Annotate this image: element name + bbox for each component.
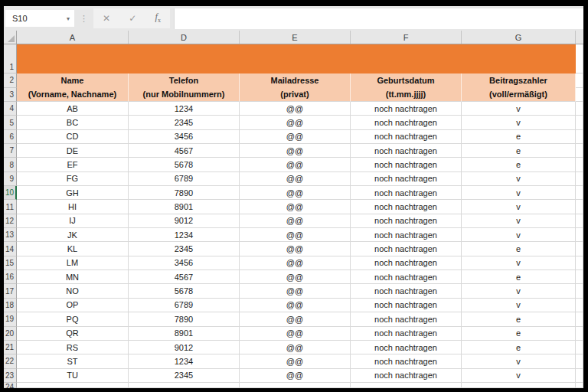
cell-partial-column[interactable] [576, 369, 583, 383]
data-cell-A11[interactable]: HI [17, 200, 129, 214]
data-cell-D11[interactable]: 8901 [129, 200, 240, 214]
row-header-14[interactable]: 14 [4, 242, 17, 256]
row-header-5[interactable]: 5 [4, 116, 17, 129]
data-cell-G4[interactable]: v [462, 102, 576, 116]
data-cell-E12[interactable]: @@ [240, 214, 351, 228]
data-cell-D10[interactable]: 7890 [129, 186, 240, 200]
data-cell-E20[interactable]: @@ [240, 327, 351, 341]
data-cell-A7[interactable]: DE [17, 144, 129, 158]
column-header-A[interactable]: A [17, 31, 129, 44]
data-cell-F16[interactable]: noch nachtragen [351, 270, 462, 284]
column-header-E[interactable]: E [240, 31, 351, 44]
data-cell-E11[interactable]: @@ [240, 200, 351, 214]
row-header-21[interactable]: 21 [4, 341, 17, 354]
cell-partial-column[interactable] [576, 200, 583, 214]
data-cell-G7[interactable]: e [462, 144, 576, 158]
column-header-F[interactable]: F [351, 31, 462, 44]
data-cell-D16[interactable]: 4567 [129, 270, 240, 284]
cancel-icon[interactable]: ✕ [103, 14, 110, 23]
data-cell-D19[interactable]: 7890 [129, 312, 240, 326]
table-header-E-line1[interactable]: Mailadresse [240, 74, 351, 88]
data-cell-D20[interactable]: 8901 [129, 327, 240, 341]
data-cell-F12[interactable]: noch nachtragen [351, 214, 462, 228]
data-cell-D18[interactable]: 6789 [129, 299, 240, 312]
cell-partial-column[interactable] [576, 312, 583, 326]
cell-partial-column[interactable] [576, 242, 583, 256]
data-cell-F19[interactable]: noch nachtragen [351, 312, 462, 326]
data-cell-G20[interactable]: e [462, 327, 576, 341]
row-header-2[interactable]: 2 [4, 74, 17, 88]
data-cell-A4[interactable]: AB [17, 102, 129, 116]
data-cell-F14[interactable]: noch nachtragen [351, 242, 462, 256]
data-cell-F6[interactable]: noch nachtragen [351, 130, 462, 144]
table-header-F-line2[interactable]: (tt.mm.jjjj) [351, 88, 462, 103]
row-header-3[interactable]: 3 [4, 88, 17, 103]
data-cell-D22[interactable]: 1234 [129, 354, 240, 368]
row-header-20[interactable]: 20 [4, 327, 17, 341]
row-header-11[interactable]: 11 [4, 200, 17, 214]
data-cell-G12[interactable]: v [462, 214, 576, 228]
cell-partial-column[interactable] [576, 270, 583, 284]
table-header-G-line2[interactable]: (voll/ermäßigt) [462, 88, 576, 103]
data-cell-empty-A24[interactable] [17, 383, 129, 388]
data-cell-A9[interactable]: FG [17, 172, 129, 186]
data-cell-E23[interactable]: @@ [240, 369, 351, 383]
data-cell-G15[interactable]: v [462, 256, 576, 270]
cell-partial-column[interactable] [576, 116, 583, 129]
data-cell-E5[interactable]: @@ [240, 116, 351, 129]
data-cell-F21[interactable]: noch nachtragen [351, 341, 462, 354]
data-cell-A14[interactable]: KL [17, 242, 129, 256]
data-cell-E6[interactable]: @@ [240, 130, 351, 144]
data-cell-A8[interactable]: EF [17, 158, 129, 172]
data-cell-D8[interactable]: 5678 [129, 158, 240, 172]
data-cell-D4[interactable]: 1234 [129, 102, 240, 116]
data-cell-G18[interactable]: v [462, 299, 576, 312]
table-header-G-line1[interactable]: Beitragszahler [462, 74, 576, 88]
data-cell-empty-F24[interactable] [351, 383, 462, 388]
data-cell-G11[interactable]: v [462, 200, 576, 214]
data-cell-E8[interactable]: @@ [240, 158, 351, 172]
data-cell-F5[interactable]: noch nachtragen [351, 116, 462, 129]
row-header-10[interactable]: 10 [4, 186, 17, 200]
data-cell-F20[interactable]: noch nachtragen [351, 327, 462, 341]
data-cell-E4[interactable]: @@ [240, 102, 351, 116]
row-header-8[interactable]: 8 [4, 158, 17, 172]
table-header-A-line1[interactable]: Name [17, 74, 129, 88]
data-cell-F4[interactable]: noch nachtragen [351, 102, 462, 116]
row-header-24[interactable]: 24 [4, 383, 17, 388]
insert-function-icon[interactable]: fx [155, 12, 161, 24]
cell-partial-column[interactable] [576, 228, 583, 242]
data-cell-A6[interactable]: CD [17, 130, 129, 144]
data-cell-D6[interactable]: 3456 [129, 130, 240, 144]
data-cell-D21[interactable]: 9012 [129, 341, 240, 354]
data-cell-E22[interactable]: @@ [240, 354, 351, 368]
data-cell-E19[interactable]: @@ [240, 312, 351, 326]
data-cell-G6[interactable]: e [462, 130, 576, 144]
cell-partial-column[interactable] [576, 284, 583, 298]
name-box[interactable]: S10 ▾ [5, 10, 74, 27]
data-cell-F10[interactable]: noch nachtragen [351, 186, 462, 200]
cell-partial-column[interactable] [576, 299, 583, 312]
formula-bar-input[interactable] [174, 8, 583, 29]
data-cell-F8[interactable]: noch nachtragen [351, 158, 462, 172]
data-cell-G23[interactable]: v [462, 369, 576, 383]
cell-partial-column[interactable] [576, 158, 583, 172]
data-cell-G17[interactable]: v [462, 284, 576, 298]
data-cell-empty-E24[interactable] [240, 383, 351, 388]
row-header-13[interactable]: 13 [4, 228, 17, 242]
cell-partial-column[interactable] [576, 102, 583, 116]
table-header-F-line1[interactable]: Geburtsdatum [351, 74, 462, 88]
data-cell-A17[interactable]: NO [17, 284, 129, 298]
cell-partial-column[interactable] [576, 186, 583, 200]
data-cell-E14[interactable]: @@ [240, 242, 351, 256]
data-cell-D12[interactable]: 9012 [129, 214, 240, 228]
row-header-7[interactable]: 7 [4, 144, 17, 158]
table-header-A-line2[interactable]: (Vorname, Nachname) [17, 88, 129, 103]
data-cell-A5[interactable]: BC [17, 116, 129, 129]
row-header-22[interactable]: 22 [4, 354, 17, 368]
select-all-corner[interactable] [4, 31, 17, 44]
row-header-6[interactable]: 6 [4, 130, 17, 144]
data-cell-E13[interactable]: @@ [240, 228, 351, 242]
row-header-1[interactable]: 1 [4, 44, 17, 74]
data-cell-E10[interactable]: @@ [240, 186, 351, 200]
